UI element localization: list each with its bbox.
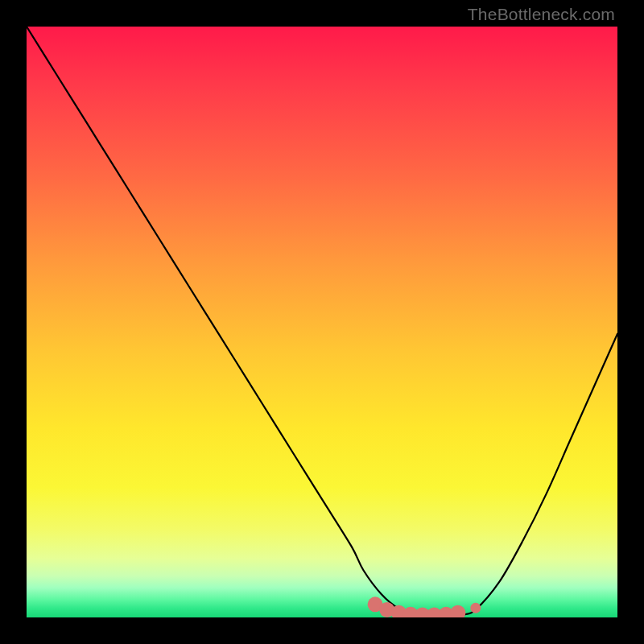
- bottleneck-curve: [27, 27, 617, 616]
- curve-path: [27, 27, 617, 616]
- plot-area: [27, 27, 617, 617]
- marker-dot: [450, 605, 465, 617]
- highlight-markers: [368, 597, 481, 617]
- marker-dot: [470, 603, 481, 613]
- chart-svg: [27, 27, 617, 617]
- watermark-text: TheBottleneck.com: [468, 5, 615, 24]
- chart-frame: TheBottleneck.com: [0, 0, 644, 644]
